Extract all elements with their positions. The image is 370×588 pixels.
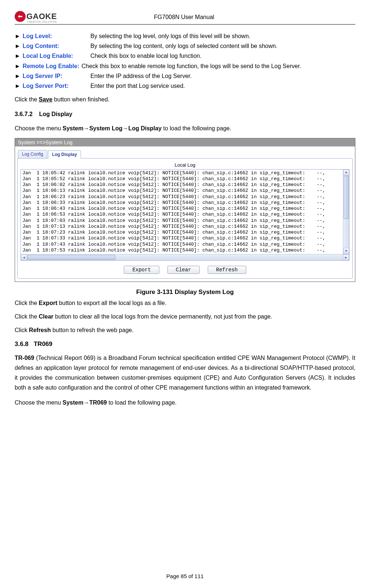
text: to load the following page.: [107, 399, 177, 406]
param-desc: Check this box to enable remote log func…: [82, 61, 355, 71]
text: Click the: [15, 300, 39, 306]
menu-path: System: [63, 125, 84, 131]
param-desc: Enter the IP address of the Log Server.: [90, 71, 355, 81]
param-label: Remote Log Enable:: [23, 61, 79, 71]
save-instruction: Click the Save button when finished.: [15, 94, 355, 104]
page-header: GAOKE CREATIVE SOLUTION FG7008N User Man…: [15, 11, 355, 25]
bullet-icon: ►: [15, 61, 21, 71]
section-3-6-8-heading: 3.6.8 TR069: [15, 340, 355, 348]
tab-log-config[interactable]: Log Config: [18, 150, 47, 158]
text: button to export all the local logs as a…: [57, 300, 166, 306]
refresh-button[interactable]: Refresh: [208, 266, 246, 274]
log-line: Jan 1 18:06:53 ralink local0.notice voip…: [22, 212, 349, 217]
text: Choose the menu: [15, 125, 63, 131]
clear-button[interactable]: Clear: [167, 266, 200, 274]
text: button to refresh the web page.: [51, 327, 134, 333]
log-line: Jan 1 18:07:43 ralink local0.notice voip…: [22, 242, 349, 248]
tr069-paragraph: TR-069 (Technical Report 069) is a Broad…: [15, 353, 355, 393]
log-line: Jan 1 18:07:23 ralink local0.notice voip…: [22, 230, 349, 235]
text: Click: [15, 327, 29, 333]
log-line: Jan 1 18:06:33 ralink local0.notice voip…: [22, 200, 349, 206]
export-button[interactable]: Export: [124, 266, 159, 274]
text: Click the: [15, 96, 39, 103]
refresh-instruction: Click Refresh button to refresh the web …: [15, 325, 355, 335]
page-footer: Page 85 of 111: [0, 573, 370, 579]
bullet-icon: ►: [15, 71, 21, 81]
log-line: Jan 1 18:06:23 ralink local0.notice voip…: [22, 194, 349, 200]
text: to load the following page.: [162, 125, 231, 131]
param-label: Log Server Port:: [23, 81, 90, 91]
vertical-scrollbar[interactable]: ▲ ▼: [343, 170, 349, 254]
text: Choose the menu: [15, 399, 63, 406]
scroll-left-icon[interactable]: ◀: [21, 254, 27, 260]
logo-subtitle: CREATIVE SOLUTION: [27, 21, 57, 23]
param-desc: By selecting the log content, only logs …: [90, 41, 355, 51]
keyword: Refresh: [29, 327, 51, 333]
bullet-icon: ►: [15, 51, 21, 61]
bullet-icon: ►: [15, 31, 21, 41]
keyword: TR-069: [15, 355, 34, 361]
arrow-icon: →: [84, 399, 89, 406]
text: button to clear all the local logs from …: [53, 313, 272, 320]
scroll-right-icon[interactable]: ▶: [343, 254, 349, 260]
text: button when finished.: [52, 96, 110, 103]
log-line: Jan 1 18:07:53 ralink local0.notice voip…: [22, 248, 349, 253]
screenshot-log-display: System ==>System Log Log Config Log Disp…: [15, 138, 355, 282]
keyword: Export: [39, 300, 58, 306]
export-instruction: Click the Export button to export all th…: [15, 298, 355, 308]
text: (Technical Report 069) is a Broadband Fo…: [15, 355, 355, 391]
arrow-icon: →: [84, 125, 89, 131]
scroll-thumb[interactable]: [27, 255, 115, 260]
scroll-up-icon[interactable]: ▲: [343, 170, 349, 176]
panel-title: Local Log: [21, 162, 349, 168]
scroll-down-icon[interactable]: ▼: [343, 248, 349, 254]
log-line: Jan 1 18:05:52 ralink local0.notice voip…: [22, 176, 349, 182]
log-line: Jan 1 18:06:13 ralink local0.notice voip…: [22, 188, 349, 194]
nav-instruction: Choose the menu System→System Log→Log Di…: [15, 123, 355, 133]
section-title: Log Display: [39, 111, 73, 117]
param-label: Local Log Enable:: [23, 51, 90, 61]
log-textarea[interactable]: Jan 1 18:05:42 ralink local0.notice voip…: [21, 169, 349, 261]
log-line: Jan 1 18:06:43 ralink local0.notice voip…: [22, 206, 349, 212]
log-line: Jan 1 18:05:42 ralink local0.notice voip…: [22, 170, 349, 176]
keyword: Clear: [39, 313, 53, 320]
text: Click the: [15, 313, 39, 320]
menu-path: Log Display: [128, 125, 162, 131]
clear-instruction: Click the Clear button to clear all the …: [15, 312, 355, 321]
logo-mark-icon: [15, 11, 26, 22]
doc-title: FG7008N User Manual: [13, 14, 355, 21]
menu-path: TR069: [89, 399, 107, 406]
param-desc: Check this box to enable local log funct…: [90, 51, 355, 61]
param-desc: By selecting the log level, only logs of…: [90, 31, 355, 41]
param-label: Log Level:: [23, 31, 90, 41]
log-line: Jan 1 18:07:13 ralink local0.notice voip…: [22, 224, 349, 230]
scroll-thumb[interactable]: [344, 176, 349, 219]
section-number: 3.6.7.2: [15, 111, 33, 117]
parameter-list: ►Log Level:By selecting the log level, o…: [15, 31, 355, 91]
log-line: Jan 1 18:07:33 ralink local0.notice voip…: [22, 235, 349, 241]
section-number: 3.6.8: [15, 340, 29, 347]
section-3-6-7-2-heading: 3.6.7.2 Log Display: [15, 111, 355, 118]
tab-bar: Log Config Log Display: [18, 150, 353, 158]
log-line: Jan 1 18:07:03 ralink local0.notice voip…: [22, 218, 349, 224]
tab-panel: Local Log Jan 1 18:05:42 ralink local0.n…: [17, 158, 353, 279]
save-keyword: Save: [39, 96, 52, 103]
menu-path: System Log: [89, 125, 123, 131]
tab-log-display[interactable]: Log Display: [48, 150, 81, 159]
button-row: Export Clear Refresh: [21, 266, 349, 274]
menu-path: System: [63, 399, 84, 406]
bullet-icon: ►: [15, 81, 21, 91]
window-title: System ==>System Log: [15, 138, 355, 146]
param-label: Log Content:: [23, 41, 90, 51]
section-title: TR069: [34, 340, 52, 347]
log-line: Jan 1 18:06:02 ralink local0.notice voip…: [22, 182, 349, 188]
arrow-icon: →: [122, 125, 128, 131]
figure-caption: Figure 3-131 Display System Log: [15, 289, 355, 296]
horizontal-scrollbar[interactable]: ◀ ▶: [21, 254, 349, 260]
bullet-icon: ►: [15, 41, 21, 51]
param-label: Log Server IP:: [23, 71, 90, 81]
tr069-nav-instruction: Choose the menu System→TR069 to load the…: [15, 398, 355, 407]
param-desc: Enter the port that Log service used.: [90, 81, 355, 91]
